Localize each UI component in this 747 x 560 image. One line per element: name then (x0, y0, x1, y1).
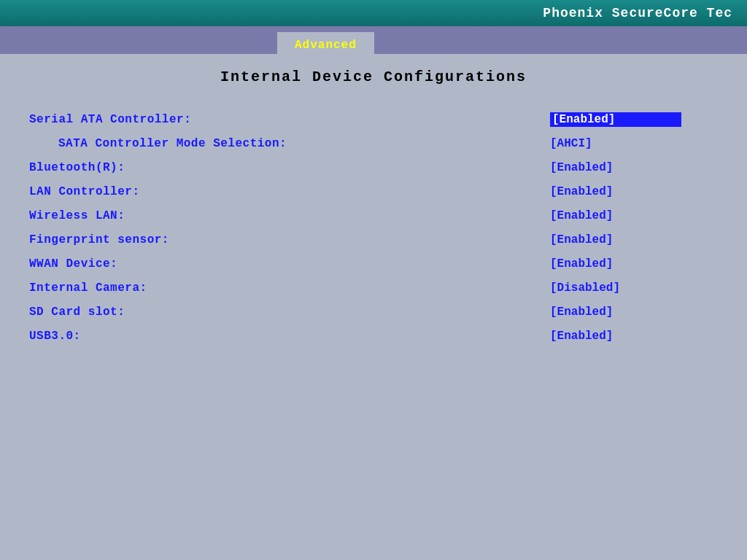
label-wireless-lan[interactable]: Wireless LAN: (29, 203, 550, 228)
value-column: [Enabled] [AHCI] [Enabled] [Enabled] [En… (550, 107, 718, 348)
sd-card-label: SD Card slot: (29, 306, 125, 319)
label-sata-mode[interactable]: SATA Controller Mode Selection: (29, 131, 550, 155)
value-sata-mode[interactable]: [AHCI] (550, 131, 681, 155)
main-content: Internal Device Configurations Serial AT… (0, 54, 747, 560)
value-internal-camera[interactable]: [Disabled] (550, 276, 681, 300)
serial-ata-value: [Enabled] (550, 112, 681, 127)
page-title: Internal Device Configurations (29, 69, 718, 85)
wwan-label: WWAN Device: (29, 257, 117, 271)
lan-label: LAN Controller: (29, 185, 140, 198)
tab-advanced[interactable]: Advanced (277, 32, 374, 54)
bluetooth-label: Bluetooth(R): (29, 161, 125, 174)
top-bar: Phoenix SecureCore Tec (0, 0, 747, 26)
value-bluetooth[interactable]: [Enabled] (550, 155, 681, 179)
label-usb3[interactable]: USB3.0: (29, 324, 550, 348)
bios-vendor-title: Phoenix SecureCore Tec (543, 6, 732, 20)
value-wireless-lan[interactable]: [Enabled] (550, 203, 681, 228)
label-sd-card[interactable]: SD Card slot: (29, 300, 550, 324)
usb3-value: [Enabled] (550, 330, 681, 343)
value-wwan[interactable]: [Enabled] (550, 252, 681, 276)
internal-camera-value: [Disabled] (550, 281, 681, 295)
label-internal-camera[interactable]: Internal Camera: (29, 276, 550, 300)
wwan-value: [Enabled] (550, 257, 681, 271)
label-column: Serial ATA Controller: SATA Controller M… (29, 107, 550, 348)
label-bluetooth[interactable]: Bluetooth(R): (29, 155, 550, 179)
wireless-lan-label: Wireless LAN: (29, 209, 125, 222)
sd-card-value: [Enabled] (550, 306, 681, 319)
lan-value: [Enabled] (550, 185, 681, 198)
label-wwan[interactable]: WWAN Device: (29, 252, 550, 276)
value-serial-ata[interactable]: [Enabled] (550, 107, 681, 131)
usb3-label: USB3.0: (29, 330, 81, 343)
value-sd-card[interactable]: [Enabled] (550, 300, 681, 324)
settings-layout: Serial ATA Controller: SATA Controller M… (29, 107, 718, 348)
label-serial-ata[interactable]: Serial ATA Controller: (29, 107, 550, 131)
fingerprint-value: [Enabled] (550, 233, 681, 246)
sata-mode-value: [AHCI] (550, 137, 681, 150)
label-fingerprint[interactable]: Fingerprint sensor: (29, 228, 550, 252)
value-lan[interactable]: [Enabled] (550, 179, 681, 203)
value-usb3[interactable]: [Enabled] (550, 324, 681, 348)
value-fingerprint[interactable]: [Enabled] (550, 228, 681, 252)
sata-mode-label: SATA Controller Mode Selection: (29, 137, 287, 150)
internal-camera-label: Internal Camera: (29, 281, 147, 295)
label-lan[interactable]: LAN Controller: (29, 179, 550, 203)
fingerprint-label: Fingerprint sensor: (29, 233, 169, 246)
tab-bar: Advanced (0, 26, 747, 54)
serial-ata-label: Serial ATA Controller: (29, 113, 191, 126)
bluetooth-value: [Enabled] (550, 161, 681, 174)
bios-screen: Phoenix SecureCore Tec Advanced Internal… (0, 0, 747, 560)
wireless-lan-value: [Enabled] (550, 209, 681, 222)
